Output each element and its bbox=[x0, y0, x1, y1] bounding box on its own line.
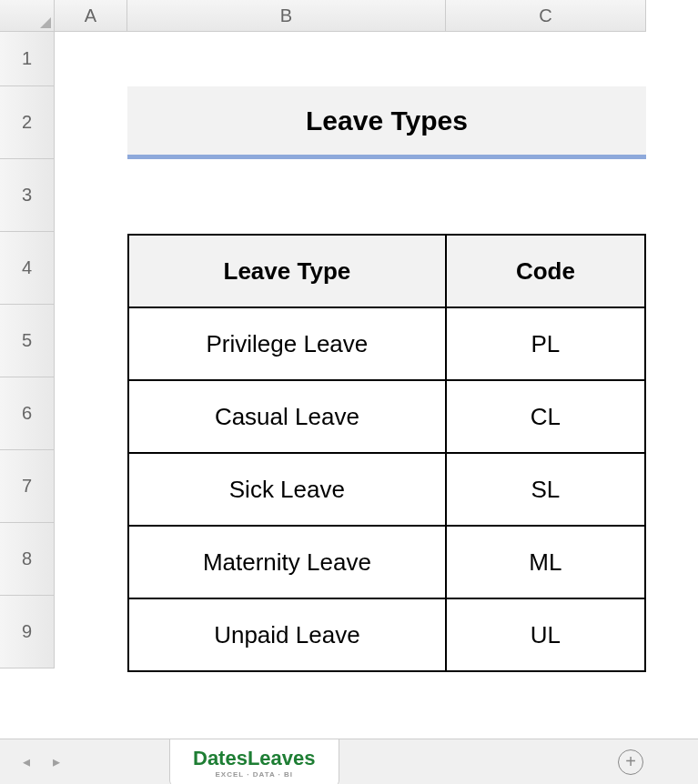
row-header-9[interactable]: 9 bbox=[0, 596, 55, 668]
cell-code[interactable]: UL bbox=[446, 598, 645, 671]
row-headers: 1 2 3 4 5 6 7 8 9 bbox=[0, 32, 55, 739]
row-header-8[interactable]: 8 bbox=[0, 523, 55, 596]
table-row: Privilege Leave PL bbox=[128, 307, 645, 380]
cell-type[interactable]: Sick Leave bbox=[128, 453, 446, 526]
cell-code[interactable]: PL bbox=[446, 307, 645, 380]
spreadsheet: A B C 1 2 3 4 5 6 7 8 9 Leave bbox=[0, 0, 698, 784]
leave-types-table: Leave Type Code Privilege Leave PL Casua… bbox=[127, 234, 646, 672]
row-header-4[interactable]: 4 bbox=[0, 232, 55, 305]
row-header-6[interactable]: 6 bbox=[0, 377, 55, 450]
sheet-tab-label: DatesLeaves bbox=[193, 747, 316, 769]
row-header-3[interactable]: 3 bbox=[0, 159, 55, 232]
cell-type[interactable]: Casual Leave bbox=[128, 380, 446, 453]
column-headers: A B C bbox=[55, 0, 646, 32]
header-leave-type[interactable]: Leave Type bbox=[128, 235, 446, 307]
row-header-2[interactable]: 2 bbox=[0, 86, 55, 159]
table-row: Casual Leave CL bbox=[128, 380, 645, 453]
header-code[interactable]: Code bbox=[446, 235, 645, 307]
cell-type[interactable]: Maternity Leave bbox=[128, 526, 446, 598]
col-header-b[interactable]: B bbox=[127, 0, 446, 32]
grid-area: A B C 1 2 3 4 5 6 7 8 9 Leave bbox=[0, 0, 698, 739]
cell-code[interactable]: SL bbox=[446, 453, 645, 526]
plus-icon: + bbox=[625, 751, 636, 772]
col-header-c[interactable]: C bbox=[446, 0, 646, 32]
cell-code[interactable]: ML bbox=[446, 526, 645, 598]
add-sheet-button[interactable]: + bbox=[618, 749, 643, 775]
table-row: Unpaid Leave UL bbox=[128, 598, 645, 671]
sheet-tabs-bar: ◂ ▸ DatesLeaves EXCEL · DATA · BI + bbox=[0, 739, 698, 784]
sheet-tab-sublabel: EXCEL · DATA · BI bbox=[193, 770, 316, 779]
table-row: Sick Leave SL bbox=[128, 453, 645, 526]
cells-area[interactable]: Leave Types Leave Type Code Privilege Le… bbox=[55, 32, 646, 739]
next-sheet-icon[interactable]: ▸ bbox=[48, 749, 65, 775]
row-header-5[interactable]: 5 bbox=[0, 305, 55, 377]
cell-code[interactable]: CL bbox=[446, 380, 645, 453]
table-row: Maternity Leave ML bbox=[128, 526, 645, 598]
sheet-tab-active[interactable]: DatesLeaves EXCEL · DATA · BI bbox=[169, 739, 339, 785]
prev-sheet-icon[interactable]: ◂ bbox=[18, 749, 35, 775]
select-all-corner[interactable] bbox=[0, 0, 55, 32]
title-cell[interactable]: Leave Types bbox=[127, 86, 646, 159]
row-header-1[interactable]: 1 bbox=[0, 32, 55, 86]
cell-type[interactable]: Unpaid Leave bbox=[128, 598, 446, 671]
col-header-a[interactable]: A bbox=[55, 0, 127, 32]
row-header-7[interactable]: 7 bbox=[0, 450, 55, 523]
cell-type[interactable]: Privilege Leave bbox=[128, 307, 446, 380]
table-header-row: Leave Type Code bbox=[128, 235, 645, 307]
